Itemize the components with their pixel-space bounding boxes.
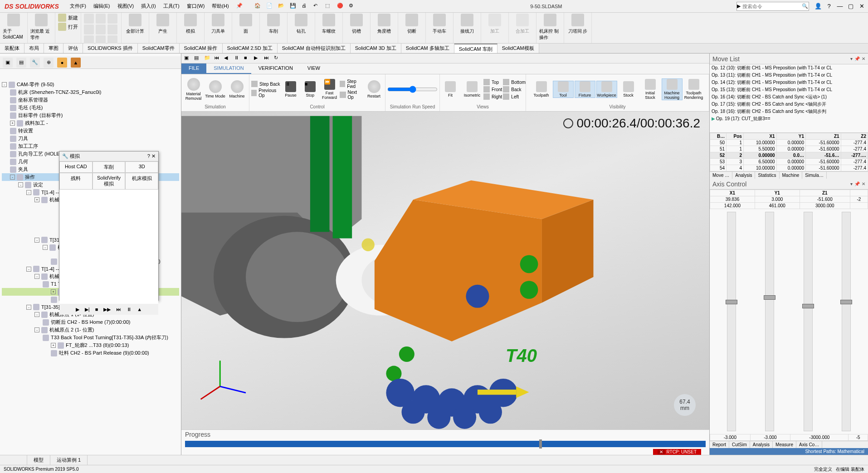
- tab-assembly[interactable]: 装配体: [0, 44, 24, 53]
- move-list-row[interactable]: Op. 13 (11): 切断前 CH1 - MS Preposition (w…: [710, 72, 868, 79]
- ax-tab-report[interactable]: Report: [710, 441, 729, 448]
- move-list[interactable]: Op. 12 (10): 切断前 CH1 - MS Preposition (w…: [710, 64, 868, 132]
- sim-eject-icon[interactable]: ▲: [137, 307, 142, 312]
- move-list-row[interactable]: Op. 16 (14): 切断前 CH2 - BS Catch and Sync…: [710, 93, 868, 101]
- options-icon[interactable]: ⚙: [349, 3, 356, 10]
- ml-tab-simula[interactable]: Simula…: [802, 172, 827, 179]
- ml-tab-stats[interactable]: Statistics: [755, 172, 779, 179]
- tree-machine[interactable]: 机床 (Shenzhen-TCNZ-32S_Fanuc0i): [2, 88, 179, 96]
- ribbon-generate[interactable]: 产生: [152, 14, 174, 34]
- ribbon-drill[interactable]: 钻孔: [290, 14, 312, 34]
- tab-sc-afr[interactable]: SolidCAM 自动特征识别加工: [278, 44, 351, 53]
- ac-close-icon[interactable]: ✕: [862, 181, 865, 186]
- vpr-fixture[interactable]: Fixture: [575, 81, 595, 98]
- fm-icon-b[interactable]: [13, 70, 20, 78]
- move-list-row[interactable]: Op. 14 (12): 切断前 CH1 - MS Preposition (w…: [710, 79, 868, 86]
- axis-slider-y1[interactable]: [765, 212, 774, 431]
- fm-tab5-icon[interactable]: ●: [57, 58, 67, 68]
- ribbon-toollist[interactable]: 刀具单: [207, 14, 229, 34]
- sim-tab-3d[interactable]: 3D: [125, 161, 158, 173]
- vpr-back[interactable]: Back: [503, 86, 526, 93]
- ml-tab-move[interactable]: Move …: [710, 172, 732, 179]
- ml-tab-machine[interactable]: Machine: [780, 172, 803, 179]
- vp-next-icon[interactable]: ▶: [254, 55, 261, 62]
- vp-restart-icon[interactable]: ↻: [274, 55, 281, 62]
- vpr-housing[interactable]: Machine Housing: [662, 78, 683, 100]
- tree-t33back[interactable]: T33 Back Tool Post Turning[T31-T35]-33A …: [2, 334, 179, 341]
- vpr-tp-rendering[interactable]: Toolpath Rendering: [683, 79, 704, 100]
- sim-tab-machine-sim[interactable]: 机床模拟: [125, 173, 158, 190]
- vpr-restart[interactable]: Restart: [365, 80, 383, 98]
- move-grid-row[interactable]: 5220.000000.0…-51.6…-277.…: [710, 152, 868, 159]
- vpr-iso[interactable]: Isometric: [462, 81, 483, 98]
- fm-tab1-icon[interactable]: ▣: [3, 58, 13, 68]
- help-icon[interactable]: ?: [824, 3, 834, 10]
- ac-min-icon[interactable]: ▾: [850, 181, 853, 186]
- ribbon-cutoff[interactable]: 切断: [401, 14, 423, 34]
- fm-icon-a[interactable]: [3, 70, 10, 78]
- vp-tab-verification[interactable]: VERIFICATION: [251, 63, 300, 74]
- sim-stop-icon[interactable]: ■: [95, 307, 98, 312]
- fm-tab2-icon[interactable]: ▤: [16, 58, 26, 68]
- undo-icon[interactable]: ↶: [313, 3, 321, 10]
- vpr-step-back[interactable]: Step Back: [251, 81, 281, 87]
- vpr-step-fwd[interactable]: Step Fwd: [340, 79, 364, 89]
- vpr-left[interactable]: Left: [503, 93, 526, 100]
- ribbon-simulate[interactable]: 模拟: [180, 14, 201, 34]
- vpr-workpiece[interactable]: Workpiece: [596, 81, 617, 98]
- move-list-row[interactable]: Op. 12 (10): 切断前 CH1 - MS Preposition (w…: [710, 64, 868, 72]
- ribbon-calc-all[interactable]: 全部计算: [124, 14, 146, 34]
- vpr-material-removal[interactable]: Material Removal: [183, 78, 204, 101]
- vpr-stop[interactable]: ■Stop: [301, 81, 319, 98]
- ribbon-browse[interactable]: 浏览最 近零件: [30, 14, 52, 41]
- bottom-tab-model[interactable]: 模型: [27, 455, 50, 465]
- tree-target[interactable]: 目标零件 (目标零件): [2, 112, 179, 119]
- vp-ic-1[interactable]: ▣: [184, 55, 191, 62]
- maximize-icon[interactable]: ▢: [846, 3, 855, 10]
- rebuild-icon[interactable]: 🔴: [337, 3, 344, 10]
- menu-file[interactable]: 文件(F): [67, 2, 89, 10]
- ml-pin-icon[interactable]: 📌: [854, 56, 860, 61]
- search-icon[interactable]: 🔍: [802, 3, 809, 9]
- ax-tab-analysis[interactable]: Analysis: [750, 441, 773, 448]
- search-box[interactable]: ▶ 🔍: [736, 2, 809, 11]
- menu-edit[interactable]: 编辑(E): [91, 2, 113, 10]
- search-input[interactable]: [741, 4, 802, 9]
- tree-process[interactable]: 加工工序: [2, 142, 179, 150]
- sim-step-icon[interactable]: ▶|: [85, 307, 90, 312]
- user-icon[interactable]: 👤: [814, 3, 823, 10]
- tree-stock[interactable]: 毛坯 (毛坯): [2, 104, 179, 112]
- ribbon-turn[interactable]: 车削: [263, 14, 284, 34]
- axis-slider-extra[interactable]: [842, 212, 851, 431]
- ax-tab-cutsim[interactable]: CutSim: [729, 441, 750, 448]
- ribbon-mco[interactable]: 机床控 制操作: [539, 14, 561, 41]
- move-grid-row[interactable]: 5336.500000.00000-51.60000-277.4: [710, 159, 868, 165]
- axis-slider-x1[interactable]: [727, 212, 736, 431]
- sim-play-icon[interactable]: ▶: [76, 307, 79, 312]
- move-grid-row[interactable]: 54410.000000.00000-51.60000-277.4: [710, 165, 868, 171]
- vpr-machine-btn[interactable]: Machine: [227, 80, 248, 98]
- tree-holders[interactable]: 转设置: [2, 127, 179, 135]
- vp-stop-icon[interactable]: ■: [244, 55, 251, 62]
- ml-close-icon[interactable]: ✕: [862, 56, 865, 61]
- fm-tab3-icon[interactable]: 🔧: [30, 58, 40, 68]
- ribbon-combined[interactable]: 合加工: [512, 14, 533, 34]
- vpr-toolpath[interactable]: Toolpath: [531, 81, 552, 98]
- new-doc-icon[interactable]: 📄: [266, 3, 273, 10]
- ac-pin-icon[interactable]: 📌: [854, 181, 860, 186]
- tab-layout[interactable]: 布局: [24, 44, 44, 53]
- tab-sc-3d[interactable]: SolidCAM 3D 加工: [351, 44, 401, 53]
- vpr-next-op[interactable]: Next Op: [340, 90, 364, 100]
- move-grid-row[interactable]: 50110.000000.00000-51.60000-277.4: [710, 140, 868, 146]
- vp-pause-icon[interactable]: ⏸: [234, 55, 241, 62]
- sim-ff-icon[interactable]: ⏭: [116, 307, 121, 312]
- tree-coord[interactable]: 坐标系管理器: [2, 96, 179, 104]
- 3d-viewport[interactable]: 00:00:26.4/00:00:36.2 T40 67.4mm: [181, 112, 709, 429]
- vpr-front[interactable]: Front: [483, 86, 502, 93]
- vp-ic-3[interactable]: 📁: [204, 55, 211, 62]
- menu-insert[interactable]: 插入(I): [138, 2, 158, 10]
- tree-part-rel[interactable]: 吐料 CH2 - BS Part Release (9)(0:00:00): [2, 349, 179, 357]
- tree-root[interactable]: -CAM-零件 (9-50): [2, 81, 179, 88]
- ribbon-manual[interactable]: 手动车: [429, 14, 450, 34]
- move-grid[interactable]: B…PosX1Y1Z1Z250110.000000.00000-51.60000…: [710, 132, 868, 171]
